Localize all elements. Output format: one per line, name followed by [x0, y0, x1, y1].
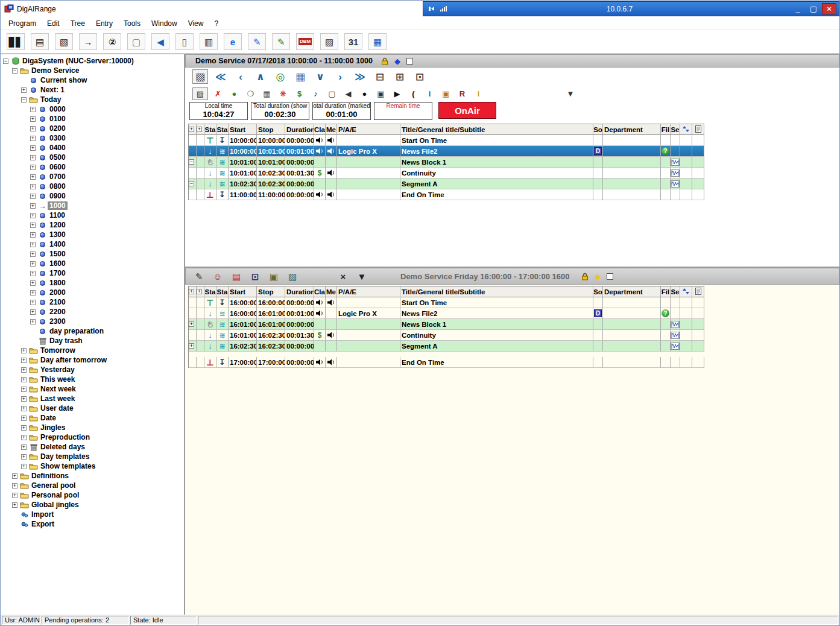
jingle-flower-icon[interactable]: ❋	[277, 87, 289, 100]
expander-plus-icon[interactable]: +	[30, 116, 36, 122]
film-icon[interactable]: ▣	[374, 87, 387, 100]
expander-plus-icon[interactable]: +	[30, 232, 36, 238]
window-arrow-icon[interactable]: ▧	[55, 33, 73, 50]
expand-all-icon[interactable]: +	[197, 289, 202, 294]
audio-settings-icon[interactable]: ◀	[151, 33, 169, 50]
tree-item-0700[interactable]: +0700	[1, 172, 184, 182]
column-header-department[interactable]: Department	[603, 286, 661, 297]
column-header-expand[interactable]: +	[189, 286, 197, 297]
play-marker-icon[interactable]: ▶	[391, 87, 403, 100]
user-edit-icon[interactable]: ☺	[210, 269, 225, 283]
cell-expand[interactable]: −	[189, 179, 197, 189]
expand-all-icon[interactable]: +	[197, 127, 202, 132]
expander-plus-icon[interactable]: +	[30, 107, 36, 112]
expander-plus-icon[interactable]: +	[30, 319, 36, 324]
tree-item-export[interactable]: Export	[1, 519, 184, 529]
expander-plus-icon[interactable]: +	[21, 377, 27, 382]
remove-filter-icon[interactable]: ✗	[212, 87, 224, 100]
forward-icon[interactable]: ›	[333, 69, 347, 84]
playlist-row-end-on-time[interactable]: ⊥↧17:00:0017:00:0000:00:00End On Time	[189, 357, 704, 368]
expander-plus-icon[interactable]: +	[21, 464, 27, 469]
refresh-grid-icon[interactable]: ▨	[192, 69, 208, 84]
expander-plus-icon[interactable]: +	[21, 425, 27, 431]
playlist-row-continuity[interactable]: ↓≋10:01:0010:02:3000:01:30$Continuity	[189, 168, 704, 179]
program-windows-icon[interactable]: ▊▋	[7, 33, 25, 50]
menu-edit[interactable]: Edit	[42, 18, 65, 29]
expander-plus-icon[interactable]: +	[30, 223, 36, 228]
column-header-department[interactable]: Department	[603, 124, 661, 135]
expander-minus-icon[interactable]: −	[12, 68, 17, 74]
edit-pencil-icon[interactable]: ✎	[192, 269, 206, 283]
internet-explorer-icon[interactable]: e	[224, 33, 242, 50]
column-header-duration[interactable]: Duration	[285, 124, 314, 135]
column-header-se[interactable]: Se	[671, 286, 680, 297]
monitor-icon[interactable]: ▢	[326, 87, 338, 100]
collapse-up-icon[interactable]: ∧	[253, 69, 268, 84]
tree-item-0100[interactable]: +0100	[1, 114, 184, 124]
copy-pages-icon[interactable]: ⊡	[248, 269, 262, 283]
expand-all-icon[interactable]: +	[189, 289, 194, 294]
column-header-title-general-title-subtitle[interactable]: Title/General title/Subtitle	[400, 286, 593, 297]
minimize-button[interactable]: _	[791, 3, 805, 14]
info-icon[interactable]: i	[423, 87, 436, 100]
column-header-expand[interactable]: +	[189, 124, 197, 135]
tree-item-definitions[interactable]: +Definitions	[1, 471, 184, 481]
expander-plus-icon[interactable]: +	[30, 165, 36, 170]
fast-backward-icon[interactable]: ≪	[213, 69, 228, 84]
expander-plus-icon[interactable]: +	[30, 280, 36, 286]
pin-icon[interactable]	[428, 5, 435, 12]
expander-plus-icon[interactable]: +	[21, 387, 27, 392]
tree-item-next-week[interactable]: +Next week	[1, 384, 184, 394]
tree-item-1100[interactable]: +1100	[1, 210, 184, 220]
tree-item-1500[interactable]: +1500	[1, 249, 184, 259]
music-note-icon[interactable]: ♪	[309, 87, 322, 100]
playlist-row-segment-a[interactable]: −↓≋10:02:3010:02:3000:00:00Segment A	[189, 179, 704, 189]
onair-button[interactable]: OnAir	[438, 102, 496, 119]
refresh-grid-icon[interactable]: ▨	[192, 87, 208, 100]
expander-plus-icon[interactable]: +	[12, 483, 17, 488]
column-header-p-a-e[interactable]: P/A/E	[337, 124, 400, 135]
tree-item-0200[interactable]: +0200	[1, 124, 184, 133]
window-split-icon[interactable]: ⊟	[373, 69, 387, 84]
menu-view[interactable]: View	[183, 18, 209, 29]
tree-item-tomorrow[interactable]: +Tomorrow	[1, 346, 184, 355]
column-header-fil[interactable]: Fil	[661, 124, 671, 135]
color-levels-icon[interactable]: ▤	[229, 269, 244, 283]
expander-plus-icon[interactable]: +	[30, 126, 36, 131]
second-program-icon[interactable]: ②	[103, 33, 121, 50]
tree-item-2000[interactable]: +2000	[1, 288, 184, 297]
tree-item-last-week[interactable]: +Last week	[1, 394, 184, 403]
expander-plus-icon[interactable]: +	[21, 358, 27, 363]
tree-item-this-week[interactable]: +This week	[1, 375, 184, 384]
dbm-icon[interactable]: DBM	[296, 33, 314, 50]
column-header-start[interactable]: Start	[229, 286, 257, 297]
tree-item-demo-service[interactable]: −Demo Service	[1, 66, 184, 75]
tree-item-0500[interactable]: +0500	[1, 153, 184, 162]
report-window-icon[interactable]: ▨	[320, 33, 338, 50]
log-window-icon[interactable]: ▤	[31, 33, 49, 50]
cell-expand[interactable]: +	[189, 319, 197, 330]
delete-bin-icon[interactable]: ▯	[175, 33, 194, 50]
tree-item-general-pool[interactable]: +General pool	[1, 481, 184, 490]
column-header-p-a-e[interactable]: P/A/E	[337, 286, 400, 297]
playlist-row-start-on-time[interactable]: ⊤↧16:00:0016:00:0000:00:00Start On Time	[189, 297, 704, 308]
expander-plus-icon[interactable]: +	[21, 435, 27, 440]
expander-plus-icon[interactable]: +	[21, 444, 27, 450]
column-header-title-general-title-subtitle[interactable]: Title/General title/Subtitle	[400, 124, 593, 135]
expander-minus-icon[interactable]: −	[3, 58, 8, 64]
tree-item-yesterday[interactable]: +Yesterday	[1, 365, 184, 375]
expander-plus-icon[interactable]: +	[21, 396, 27, 402]
expander-plus-icon[interactable]: +	[30, 174, 36, 180]
column-header-doc[interactable]	[692, 286, 704, 297]
tree-item-next-1[interactable]: +Next: 1	[1, 85, 184, 95]
money-icon[interactable]: $	[293, 87, 306, 100]
tree-item-current-show[interactable]: Current show	[1, 75, 184, 85]
tree-item-date[interactable]: +Date	[1, 413, 184, 423]
tree-item-1800[interactable]: +1800	[1, 278, 184, 288]
column-header-expand[interactable]: +	[197, 286, 204, 297]
playlist-row-news-block-1[interactable]: −≋10:01:0010:01:0000:00:00News Block 1	[189, 157, 704, 168]
tree-item-1400[interactable]: +1400	[1, 239, 184, 249]
expander-plus-icon[interactable]: +	[30, 242, 36, 247]
menu-entry[interactable]: Entry	[90, 18, 118, 29]
menu-item[interactable]: ?	[209, 18, 224, 29]
